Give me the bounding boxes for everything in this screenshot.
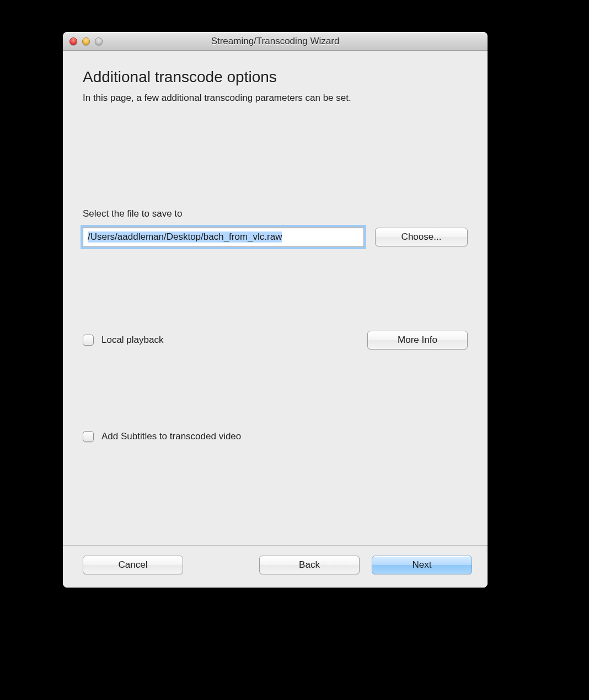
local-playback-label: Local playback (101, 335, 163, 346)
page-heading: Additional transcode options (83, 68, 468, 86)
choose-file-button[interactable]: Choose... (375, 228, 468, 246)
subtitles-label: Add Subtitles to transcoded video (101, 431, 241, 442)
window-title: Streaming/Transcoding Wizard (63, 36, 488, 47)
wizard-footer: Cancel Back Next (63, 545, 488, 588)
more-info-button[interactable]: More Info (367, 331, 468, 349)
zoom-icon[interactable] (95, 37, 103, 45)
save-file-label: Select the file to save to (83, 208, 468, 219)
save-file-row: Choose... (83, 227, 468, 247)
back-button[interactable]: Back (259, 556, 360, 574)
subtitles-checkbox[interactable] (83, 431, 94, 442)
local-playback-check-row: Local playback (83, 335, 163, 346)
titlebar: Streaming/Transcoding Wizard (63, 32, 488, 51)
wizard-window: Streaming/Transcoding Wizard Additional … (63, 32, 488, 588)
subtitles-row: Add Subtitles to transcoded video (83, 431, 468, 442)
save-path-field-wrap (83, 227, 364, 247)
local-playback-checkbox[interactable] (83, 335, 94, 346)
save-path-input[interactable] (83, 227, 364, 247)
wizard-content: Additional transcode options In this pag… (63, 51, 488, 545)
cancel-button[interactable]: Cancel (83, 556, 183, 574)
page-subtitle: In this page, a few additional transcodi… (83, 93, 468, 104)
next-button[interactable]: Next (372, 556, 472, 574)
close-icon[interactable] (69, 37, 77, 45)
window-controls (63, 37, 103, 45)
minimize-icon[interactable] (82, 37, 90, 45)
local-playback-row: Local playback More Info (83, 331, 468, 349)
